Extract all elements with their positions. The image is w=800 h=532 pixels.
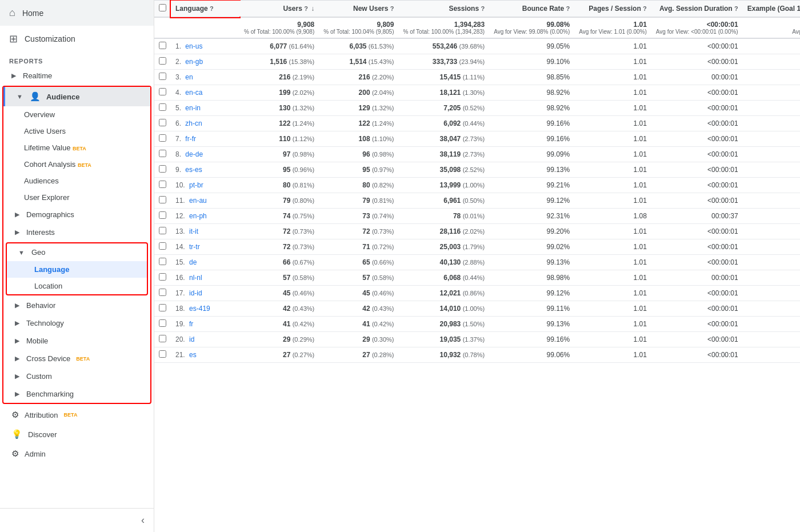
row-checkbox[interactable] — [159, 103, 166, 111]
row-checkbox[interactable] — [159, 211, 166, 219]
row-checkbox-cell[interactable] — [154, 116, 171, 131]
row-checkbox-cell[interactable] — [154, 270, 171, 286]
row-checkbox-cell[interactable] — [154, 286, 171, 301]
row-checkbox-cell[interactable] — [154, 162, 171, 178]
sidebar-item-customization[interactable]: ⊞ Customization — [0, 26, 154, 52]
row-checkbox[interactable] — [159, 304, 166, 311]
row-checkbox[interactable] — [159, 350, 166, 358]
sidebar-item-language[interactable]: Language — [7, 261, 147, 278]
sidebar-item-cohort-analysis[interactable]: Cohort Analysis BETA — [3, 156, 150, 173]
th-select-all[interactable] — [154, 1, 171, 18]
language-link[interactable]: en-ca — [185, 89, 202, 97]
th-users[interactable]: Users ? ↓ — [239, 1, 319, 18]
row-checkbox[interactable] — [159, 73, 166, 80]
sidebar-item-audiences[interactable]: Audiences — [3, 173, 150, 189]
row-checkbox[interactable] — [159, 289, 166, 296]
language-link[interactable]: fr — [189, 320, 193, 328]
row-checkbox[interactable] — [159, 242, 166, 250]
sidebar-item-geo[interactable]: ▼ Geo — [7, 243, 147, 261]
th-new-users[interactable]: New Users ? — [319, 1, 398, 18]
row-checkbox[interactable] — [159, 88, 166, 95]
th-language[interactable]: Language ? — [171, 1, 239, 18]
row-checkbox-cell[interactable] — [154, 347, 171, 363]
row-checkbox-cell[interactable] — [154, 38, 171, 54]
sidebar-item-behavior[interactable]: ▶ Behavior — [3, 297, 150, 314]
sidebar-item-interests[interactable]: ▶ Interests — [3, 223, 150, 241]
row-checkbox-cell[interactable] — [154, 317, 171, 332]
sidebar-item-admin[interactable]: ⚙ Admin — [0, 444, 154, 463]
row-checkbox[interactable] — [159, 181, 166, 188]
row-checkbox[interactable] — [159, 57, 166, 65]
th-goal1-rate[interactable]: Example (Goal 1 Conversion Rate) ? — [743, 1, 800, 18]
language-link[interactable]: de-de — [185, 150, 203, 158]
row-checkbox[interactable] — [159, 258, 166, 265]
language-link[interactable]: nl-nl — [189, 274, 202, 282]
bounce-rate-help-icon[interactable]: ? — [566, 5, 570, 12]
sessions-help-icon[interactable]: ? — [481, 5, 485, 12]
row-checkbox-cell[interactable] — [154, 239, 171, 255]
language-link[interactable]: zh-cn — [185, 119, 202, 127]
sidebar-item-active-users[interactable]: Active Users — [3, 123, 150, 139]
language-help-icon[interactable]: ? — [210, 5, 214, 12]
row-checkbox[interactable] — [159, 196, 166, 203]
row-checkbox[interactable] — [159, 119, 166, 126]
sidebar-item-cross-device[interactable]: ▶ Cross Device BETA — [3, 350, 150, 367]
language-link[interactable]: tr-tr — [189, 243, 200, 251]
row-checkbox[interactable] — [159, 319, 166, 327]
pages-session-help-icon[interactable]: ? — [643, 5, 647, 12]
th-bounce-rate[interactable]: Bounce Rate ? — [489, 1, 574, 18]
row-checkbox-cell[interactable] — [154, 209, 171, 224]
row-checkbox-cell[interactable] — [154, 178, 171, 193]
sidebar-item-lifetime-value[interactable]: Lifetime Value BETA — [3, 139, 150, 156]
language-link[interactable]: en-ph — [189, 212, 207, 220]
row-checkbox[interactable] — [159, 335, 166, 342]
language-link[interactable]: pt-br — [189, 181, 203, 189]
language-link[interactable]: en-gb — [185, 58, 203, 66]
language-link[interactable]: de — [189, 258, 197, 266]
row-checkbox-cell[interactable] — [154, 255, 171, 270]
sidebar-item-overview[interactable]: Overview — [3, 106, 150, 123]
row-checkbox-cell[interactable] — [154, 85, 171, 101]
row-checkbox-cell[interactable] — [154, 70, 171, 85]
language-link[interactable]: id-id — [189, 289, 202, 297]
row-checkbox[interactable] — [159, 150, 166, 157]
th-pages-session[interactable]: Pages / Session ? — [574, 1, 651, 18]
language-link[interactable]: en-us — [185, 42, 202, 50]
row-checkbox[interactable] — [159, 165, 166, 173]
sidebar-item-attribution[interactable]: ⚙ Attribution BETA — [0, 405, 154, 425]
th-avg-session[interactable]: Avg. Session Duration ? — [651, 1, 743, 18]
sidebar-item-demographics[interactable]: ▶ Demographics — [3, 206, 150, 223]
row-checkbox-cell[interactable] — [154, 147, 171, 162]
new-users-help-icon[interactable]: ? — [390, 5, 394, 12]
row-checkbox[interactable] — [159, 227, 166, 234]
row-checkbox[interactable] — [159, 42, 166, 49]
sidebar-item-home[interactable]: ⌂ Home — [0, 0, 154, 26]
sidebar-item-realtime[interactable]: ▶ Realtime — [0, 67, 154, 85]
avg-session-help-icon[interactable]: ? — [734, 5, 738, 12]
sidebar-item-mobile[interactable]: ▶ Mobile — [3, 332, 150, 350]
language-link[interactable]: it-it — [189, 227, 198, 235]
sidebar-item-benchmarking[interactable]: ▶ Benchmarking — [3, 385, 150, 403]
row-checkbox[interactable] — [159, 273, 166, 281]
row-checkbox-cell[interactable] — [154, 193, 171, 209]
language-link[interactable]: en — [185, 73, 193, 81]
row-checkbox-cell[interactable] — [154, 224, 171, 239]
sidebar-item-audience[interactable]: ▼ 👤 Audience — [3, 87, 150, 106]
language-link[interactable]: id — [189, 335, 194, 343]
language-link[interactable]: es — [189, 351, 197, 359]
language-link[interactable]: en-in — [185, 104, 201, 112]
row-checkbox-cell[interactable] — [154, 101, 171, 116]
sidebar-item-custom[interactable]: ▶ Custom — [3, 367, 150, 385]
sidebar-item-location[interactable]: Location — [7, 278, 147, 294]
row-checkbox-cell[interactable] — [154, 131, 171, 147]
users-help-icon[interactable]: ? — [304, 5, 308, 12]
row-checkbox-cell[interactable] — [154, 54, 171, 70]
row-checkbox[interactable] — [159, 134, 166, 142]
sidebar-collapse-button[interactable]: ‹ — [0, 508, 154, 532]
th-sessions[interactable]: Sessions ? — [398, 1, 489, 18]
sidebar-item-discover[interactable]: 💡 Discover — [0, 425, 154, 444]
row-checkbox-cell[interactable] — [154, 332, 171, 347]
row-checkbox-cell[interactable] — [154, 301, 171, 317]
sidebar-item-user-explorer[interactable]: User Explorer — [3, 189, 150, 206]
language-link[interactable]: es-es — [185, 166, 202, 174]
